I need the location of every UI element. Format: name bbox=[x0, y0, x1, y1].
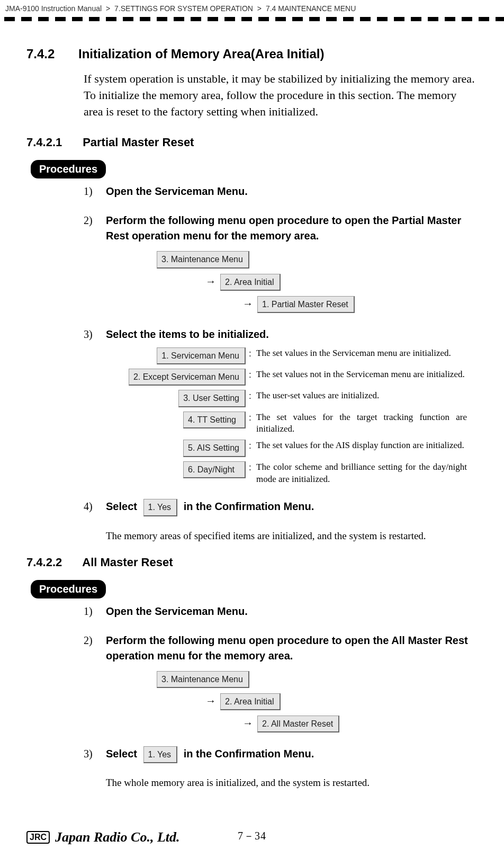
colon: : bbox=[249, 390, 256, 403]
svg-rect-24 bbox=[411, 17, 421, 21]
option-row: 2. Except Serviceman Menu : The set valu… bbox=[106, 369, 478, 386]
svg-rect-16 bbox=[275, 17, 286, 21]
option-table: 1. Serviceman Menu : The set values in t… bbox=[106, 347, 478, 486]
option-row: 6. Day/Night : The color scheme and bril… bbox=[106, 461, 478, 486]
menu-button-all-master-reset[interactable]: 2. All Master Reset bbox=[257, 716, 339, 732]
menu-button-partial-master-reset[interactable]: 1. Partial Master Reset bbox=[257, 296, 355, 313]
subsection-2-number: 7.4.2.2 bbox=[26, 556, 79, 569]
page-number: 7－34 bbox=[238, 830, 266, 842]
step-text: Select the items to be initialized. bbox=[106, 328, 269, 340]
step-2-3: 3) Select 1. Yes in the Confirmation Men… bbox=[84, 746, 478, 763]
option-desc: The user-set values are initialized. bbox=[256, 390, 478, 402]
step-number: 1) bbox=[84, 184, 93, 199]
menu-path-2: 3. Maintenance Menu →2. Area Initial →2.… bbox=[157, 671, 478, 733]
section-title: Initialization of Memory Area(Area Initi… bbox=[78, 47, 325, 61]
option-row: 5. AIS Setting : The set values for the … bbox=[106, 440, 478, 457]
arrow-icon: → bbox=[205, 695, 216, 707]
svg-rect-27 bbox=[462, 17, 472, 21]
page-footer: JRC Japan Radio Co., Ltd. 7－34 bbox=[0, 829, 504, 843]
section-number: 7.4.2 bbox=[26, 47, 76, 61]
option-button-user-setting[interactable]: 3. User Setting bbox=[178, 390, 246, 407]
svg-rect-23 bbox=[394, 17, 404, 21]
section-intro: If system operation is unstable, it may … bbox=[84, 71, 478, 120]
option-button-except-serviceman-menu[interactable]: 2. Except Serviceman Menu bbox=[129, 369, 246, 386]
menu-button-area-initial[interactable]: 2. Area Initial bbox=[220, 274, 281, 291]
svg-rect-0 bbox=[4, 17, 15, 21]
option-button-serviceman-menu[interactable]: 1. Serviceman Menu bbox=[157, 347, 246, 364]
subsection-2-heading: 7.4.2.2 All Master Reset bbox=[26, 556, 478, 569]
breadcrumb: JMA-9100 Instruction Manual > 7.SETTINGS… bbox=[0, 0, 504, 16]
colon: : bbox=[249, 461, 256, 475]
svg-rect-19 bbox=[326, 17, 337, 21]
step-2-2: 2) Perform the following menu open proce… bbox=[84, 633, 478, 733]
option-desc: The set values for the target tracking f… bbox=[256, 412, 478, 436]
option-desc: The set values for the AIS display funct… bbox=[256, 440, 478, 452]
step-text: Perform the following menu open procedur… bbox=[106, 215, 461, 242]
confirm-yes-button[interactable]: 1. Yes bbox=[143, 746, 178, 763]
svg-rect-17 bbox=[292, 17, 303, 21]
breadcrumb-sep-2: > bbox=[257, 4, 262, 13]
procedures-label-1: Procedures bbox=[31, 160, 106, 178]
option-row: 4. TT Setting : The set values for the t… bbox=[106, 412, 478, 436]
company-logo: JRC Japan Radio Co., Ltd. bbox=[26, 829, 180, 845]
svg-rect-11 bbox=[191, 17, 201, 21]
option-desc: The color scheme and brilliance setting … bbox=[256, 461, 478, 486]
procedures-label-2: Procedures bbox=[31, 580, 106, 598]
svg-rect-3 bbox=[55, 17, 66, 21]
option-button-ais-setting[interactable]: 5. AIS Setting bbox=[183, 440, 246, 457]
section-heading: 7.4.2 Initialization of Memory Area(Area… bbox=[26, 47, 478, 61]
svg-rect-14 bbox=[241, 17, 252, 21]
svg-rect-4 bbox=[72, 17, 83, 21]
step-text: Open the Serviceman Menu. bbox=[106, 605, 248, 617]
step-number: 2) bbox=[84, 213, 93, 228]
step-1-1: 1) Open the Serviceman Menu. bbox=[84, 184, 478, 199]
step-1-3: 3) Select the items to be initialized. 1… bbox=[84, 327, 478, 486]
menu-button-maintenance[interactable]: 3. Maintenance Menu bbox=[157, 671, 249, 688]
colon: : bbox=[249, 440, 256, 453]
subsection-2-title: All Master Reset bbox=[82, 556, 173, 569]
confirm-yes-button[interactable]: 1. Yes bbox=[143, 499, 178, 516]
svg-rect-7 bbox=[123, 17, 133, 21]
svg-rect-2 bbox=[38, 17, 49, 21]
menu-button-maintenance[interactable]: 3. Maintenance Menu bbox=[157, 251, 249, 268]
arrow-icon: → bbox=[242, 298, 253, 309]
menu-path-1: 3. Maintenance Menu →2. Area Initial →1.… bbox=[157, 251, 478, 313]
colon: : bbox=[249, 369, 256, 382]
menu-button-area-initial[interactable]: 2. Area Initial bbox=[220, 693, 281, 710]
step-text-a: Select bbox=[106, 748, 137, 760]
divider-dashes bbox=[0, 16, 504, 25]
svg-rect-1 bbox=[21, 17, 32, 21]
colon: : bbox=[249, 347, 256, 361]
arrow-icon: → bbox=[242, 717, 253, 729]
breadcrumb-chapter: 7.SETTINGS FOR SYSTEM OPERATION bbox=[114, 4, 253, 13]
option-row: 1. Serviceman Menu : The set values in t… bbox=[106, 347, 478, 364]
colon: : bbox=[249, 412, 256, 425]
company-name: Japan Radio Co., Ltd. bbox=[55, 829, 179, 845]
step-text: Perform the following menu open procedur… bbox=[106, 634, 468, 662]
svg-rect-26 bbox=[445, 17, 455, 21]
subsection-1-heading: 7.4.2.1 Partial Master Reset bbox=[26, 136, 478, 149]
svg-rect-12 bbox=[208, 17, 218, 21]
step-2-3-note: The whole memory area is initialized, an… bbox=[106, 777, 478, 789]
breadcrumb-sep-1: > bbox=[106, 4, 110, 13]
option-button-day-night[interactable]: 6. Day/Night bbox=[183, 461, 246, 478]
step-1-4: 4) Select 1. Yes in the Confirmation Men… bbox=[84, 499, 478, 516]
svg-rect-22 bbox=[377, 17, 388, 21]
svg-rect-5 bbox=[89, 17, 100, 21]
option-desc: The set values not in the Serviceman men… bbox=[256, 369, 478, 381]
step-text-a: Select bbox=[106, 501, 137, 513]
step-number: 3) bbox=[84, 746, 93, 762]
subsection-1-title: Partial Master Reset bbox=[83, 136, 194, 149]
breadcrumb-section: 7.4 MAINTENANCE MENU bbox=[266, 4, 356, 13]
step-1-4-note: The memory areas of specified items are … bbox=[106, 530, 478, 542]
svg-rect-28 bbox=[479, 17, 489, 21]
step-text-b: in the Confirmation Menu. bbox=[184, 501, 314, 513]
step-2-1: 1) Open the Serviceman Menu. bbox=[84, 604, 478, 619]
step-number: 3) bbox=[84, 327, 93, 342]
svg-rect-20 bbox=[343, 17, 354, 21]
svg-rect-9 bbox=[157, 17, 167, 21]
step-text-b: in the Confirmation Menu. bbox=[184, 748, 314, 760]
svg-rect-21 bbox=[360, 17, 371, 21]
svg-rect-13 bbox=[224, 17, 235, 21]
option-button-tt-setting[interactable]: 4. TT Setting bbox=[183, 412, 246, 428]
